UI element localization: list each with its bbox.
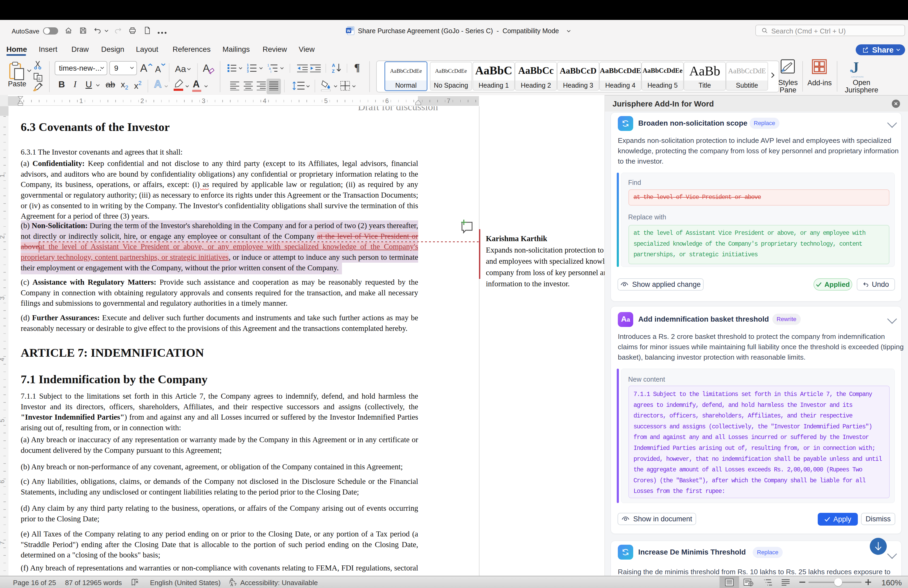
svg-text:?: ? [234,582,237,586]
svg-text:A: A [332,63,335,68]
svg-text:i: i [270,70,271,73]
svg-text:3: 3 [247,69,249,73]
svg-text:W: W [347,29,351,33]
svg-text:Z: Z [332,69,335,73]
